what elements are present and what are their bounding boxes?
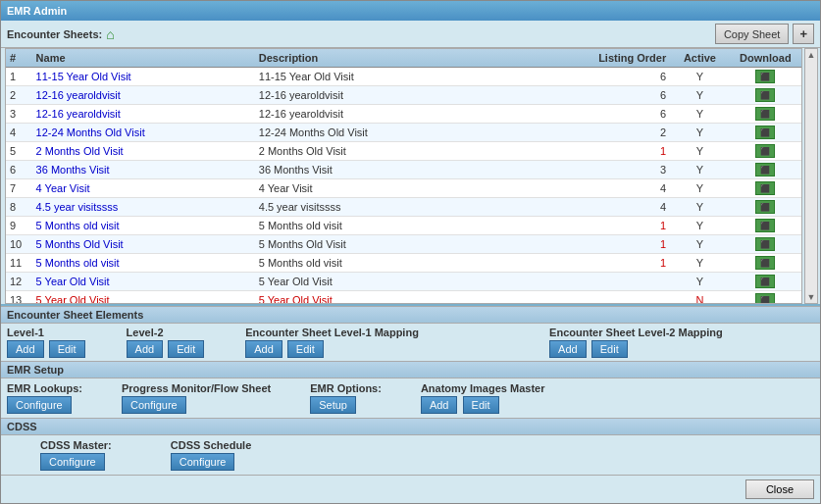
app-title: EMR Admin bbox=[7, 5, 67, 17]
cell-desc: 12-16 yearoldvisit bbox=[255, 105, 576, 124]
download-icon[interactable]: ⬛ bbox=[755, 237, 775, 251]
cell-active: Y bbox=[670, 254, 729, 273]
cdss-schedule-configure-button[interactable]: Configure bbox=[171, 453, 235, 471]
cell-num: 1 bbox=[6, 68, 32, 86]
cell-download[interactable]: ⬛ bbox=[730, 273, 801, 291]
cell-order: 4 bbox=[575, 198, 670, 217]
level1-add-button[interactable]: Add bbox=[7, 340, 44, 358]
scroll-down-arrow[interactable]: ▼ bbox=[807, 292, 816, 302]
cell-desc: 12-24 Months Old Visit bbox=[255, 124, 576, 142]
col-header-name[interactable]: Name bbox=[32, 49, 255, 68]
download-icon[interactable]: ⬛ bbox=[755, 126, 775, 139]
cell-download[interactable]: ⬛ bbox=[730, 86, 801, 105]
level2-add-button[interactable]: Add bbox=[127, 340, 164, 358]
level1-group: Level-1 Add Edit bbox=[7, 327, 87, 358]
cell-download[interactable]: ⬛ bbox=[730, 291, 801, 305]
cell-name[interactable]: 36 Months Visit bbox=[32, 161, 255, 179]
scrollbar[interactable]: ▲ ▼ bbox=[804, 48, 818, 304]
emr-lookups-configure-button[interactable]: Configure bbox=[7, 396, 72, 414]
cell-download[interactable]: ⬛ bbox=[730, 198, 801, 217]
mapping1-label: Encounter Sheet Level-1 Mapping bbox=[245, 327, 419, 338]
scroll-up-arrow[interactable]: ▲ bbox=[807, 50, 816, 60]
cdss-master-configure-button[interactable]: Configure bbox=[40, 453, 105, 471]
cell-num: 8 bbox=[6, 198, 32, 217]
cell-download[interactable]: ⬛ bbox=[730, 68, 801, 86]
cell-name[interactable]: 12-16 yearoldvisit bbox=[32, 105, 255, 124]
cell-order: 1 bbox=[575, 235, 670, 254]
cell-download[interactable]: ⬛ bbox=[730, 161, 801, 179]
mapping2-label: Encounter Sheet Level-2 Mapping bbox=[549, 327, 723, 338]
cell-name[interactable]: 5 Year Old Visit bbox=[32, 291, 255, 305]
close-button[interactable]: Close bbox=[745, 479, 814, 499]
cell-download[interactable]: ⬛ bbox=[730, 105, 801, 124]
download-icon[interactable]: ⬛ bbox=[755, 200, 775, 214]
cell-num: 6 bbox=[6, 161, 32, 179]
bottom-sections: Encounter Sheet Elements Level-1 Add Edi… bbox=[1, 304, 820, 503]
download-icon[interactable]: ⬛ bbox=[755, 107, 775, 121]
cell-name[interactable]: 4 Year Visit bbox=[32, 179, 255, 198]
cell-name[interactable]: 5 Months old visit bbox=[32, 254, 255, 273]
download-icon[interactable]: ⬛ bbox=[755, 219, 775, 232]
cell-active: Y bbox=[670, 198, 729, 217]
level2-group: Level-2 Add Edit bbox=[127, 327, 207, 358]
add-sheet-button[interactable]: + bbox=[793, 24, 814, 44]
cell-name[interactable]: 11-15 Year Old Visit bbox=[32, 68, 255, 86]
copy-sheet-button[interactable]: Copy Sheet bbox=[715, 24, 789, 44]
col-header-desc: Description bbox=[255, 49, 576, 68]
encounter-sheets-bar: Encounter Sheets: ⌂ Copy Sheet + bbox=[1, 21, 820, 48]
emr-options-setup-button[interactable]: Setup bbox=[310, 396, 356, 414]
cell-desc: 11-15 Year Old Visit bbox=[255, 68, 576, 86]
cell-name[interactable]: 4.5 year visitssss bbox=[32, 198, 255, 217]
cell-download[interactable]: ⬛ bbox=[730, 254, 801, 273]
cell-name[interactable]: 5 Months Old Visit bbox=[32, 235, 255, 254]
cell-num: 12 bbox=[6, 273, 32, 291]
cell-name[interactable]: 12-16 yearoldvisit bbox=[32, 86, 255, 105]
table-row: 11 5 Months old visit 5 Months old visit… bbox=[6, 254, 801, 273]
download-icon[interactable]: ⬛ bbox=[755, 181, 775, 195]
table-row: 5 2 Months Old Visit 2 Months Old Visit … bbox=[6, 142, 801, 161]
cell-name[interactable]: 5 Months old visit bbox=[32, 217, 255, 235]
header-bar: EMR Admin bbox=[1, 1, 820, 21]
level2-edit-button[interactable]: Edit bbox=[168, 340, 204, 358]
emr-setup-section: EMR Lookups: Configure Progress Monitor/… bbox=[1, 378, 820, 418]
cell-download[interactable]: ⬛ bbox=[730, 142, 801, 161]
progress-configure-button[interactable]: Configure bbox=[122, 396, 186, 414]
anatomy-edit-button[interactable]: Edit bbox=[463, 396, 499, 414]
anatomy-add-button[interactable]: Add bbox=[421, 396, 458, 414]
download-icon[interactable]: ⬛ bbox=[755, 88, 775, 102]
cell-num: 10 bbox=[6, 235, 32, 254]
cdss-section: CDSS Master: Configure CDSS Schedule Con… bbox=[1, 435, 820, 475]
mapping2-edit-button[interactable]: Edit bbox=[591, 340, 628, 358]
download-icon[interactable]: ⬛ bbox=[755, 144, 775, 158]
cell-active: Y bbox=[670, 217, 729, 235]
table-row: 9 5 Months old visit 5 Months old visit … bbox=[6, 217, 801, 235]
cell-order bbox=[575, 291, 670, 305]
download-icon[interactable]: ⬛ bbox=[755, 275, 775, 288]
cdss-schedule-label: CDSS Schedule bbox=[171, 439, 252, 451]
table-header-row: # Name Description Listing Order Active … bbox=[6, 49, 801, 68]
download-icon[interactable]: ⬛ bbox=[755, 293, 775, 304]
home-icon[interactable]: ⌂ bbox=[106, 26, 114, 42]
cell-order: 4 bbox=[575, 179, 670, 198]
encounter-table: # Name Description Listing Order Active … bbox=[6, 49, 801, 304]
cell-desc: 5 Months old visit bbox=[255, 217, 576, 235]
level1-edit-button[interactable]: Edit bbox=[49, 340, 85, 358]
cell-download[interactable]: ⬛ bbox=[730, 124, 801, 142]
cell-name[interactable]: 2 Months Old Visit bbox=[32, 142, 255, 161]
mapping1-edit-button[interactable]: Edit bbox=[287, 340, 324, 358]
mapping1-add-button[interactable]: Add bbox=[245, 340, 282, 358]
cell-download[interactable]: ⬛ bbox=[730, 235, 801, 254]
cell-order: 1 bbox=[575, 142, 670, 161]
download-icon[interactable]: ⬛ bbox=[755, 256, 775, 270]
col-header-order: Listing Order bbox=[575, 49, 670, 68]
cell-download[interactable]: ⬛ bbox=[730, 217, 801, 235]
cell-active: Y bbox=[670, 179, 729, 198]
mapping2-add-button[interactable]: Add bbox=[549, 340, 587, 358]
download-icon[interactable]: ⬛ bbox=[755, 70, 775, 83]
cell-name[interactable]: 12-24 Months Old Visit bbox=[32, 124, 255, 142]
cell-name[interactable]: 5 Year Old Visit bbox=[32, 273, 255, 291]
download-icon[interactable]: ⬛ bbox=[755, 163, 775, 176]
cell-download[interactable]: ⬛ bbox=[730, 179, 801, 198]
table-row: 7 4 Year Visit 4 Year Visit 4 Y ⬛ bbox=[6, 179, 801, 198]
cell-order: 6 bbox=[575, 105, 670, 124]
